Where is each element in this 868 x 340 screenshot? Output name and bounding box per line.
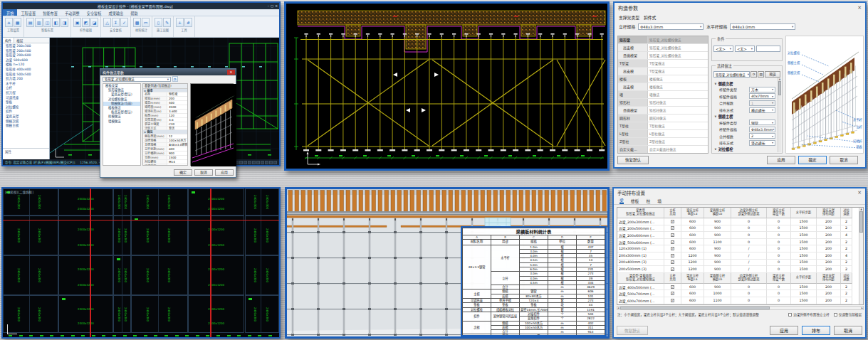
minimize-icon[interactable]: – (268, 4, 269, 8)
list-item[interactable]: 矩形梁 200x500 (3, 49, 49, 54)
status-toggle[interactable] (252, 161, 256, 164)
ribbon-button[interactable]: ▯ (155, 18, 162, 27)
list-item[interactable]: 对拉螺栓 (3, 105, 49, 110)
command-line[interactable]: 命令: 指定对角点或 [栏选(F)/圈围(WP)/圈交(CP)]: (5, 160, 75, 164)
method-row[interactable]: T型梁T型梁做法 (618, 60, 708, 68)
status-toggle[interactable] (269, 161, 273, 164)
dialog-titlebar[interactable]: 手动排布设置 ✕ (614, 188, 865, 197)
list-item[interactable]: 侧模主楞 (3, 124, 49, 129)
ribbon-button[interactable]: ▥ (35, 18, 43, 27)
titlebar[interactable]: 模板支架设计软件 - [模板支架平面布置图.dwg] –▢✕ (3, 3, 279, 9)
ribbon-button[interactable]: ◪ (90, 18, 98, 27)
ribbon-button[interactable]: ◧ (52, 18, 60, 27)
method-row[interactable]: T型柱T型柱做法 (618, 122, 708, 130)
refresh-icon[interactable]: ⟳ (751, 71, 757, 78)
param-value-combo[interactable]: 1▾ (749, 100, 775, 106)
table-row[interactable]: 120x300mm (1)✓600900/015002002 (617, 245, 863, 253)
ribbon-button[interactable]: ▭ (142, 18, 150, 27)
restore-default-button[interactable]: 恢复默认 (617, 156, 649, 164)
ribbon-tab-5[interactable]: 成果输出 (105, 9, 127, 16)
checkbox[interactable] (788, 313, 792, 317)
ribbon-tab-0[interactable]: 开始 (3, 9, 17, 16)
method-row[interactable]: 矩形梁矩形梁_对拉螺栓做法 (618, 36, 708, 44)
ribbon-button[interactable]: ▣ (73, 18, 81, 27)
preview-button[interactable]: 预览 (765, 71, 780, 78)
close-icon[interactable]: ✕ (275, 4, 278, 8)
ribbon-tab-2[interactable]: 智能布置 (39, 9, 61, 16)
pole-spec-select[interactable]: Φ48x3.0mm▾ (638, 23, 704, 30)
scroll-right-icon[interactable]: ► (861, 307, 863, 309)
list-item[interactable]: 立杆 (3, 86, 49, 91)
save-icon[interactable]: ▤ (758, 71, 764, 78)
list-item[interactable]: 扣件 (3, 110, 49, 115)
list-item[interactable]: 边梁 500x600 (3, 58, 49, 63)
param-value-combo[interactable]: 40x70mm▾ (749, 93, 775, 99)
method-row[interactable]: 自定义截...自定义截面柱做法 (618, 146, 708, 154)
close-icon[interactable]: ✕ (227, 70, 235, 75)
checkbox[interactable]: ✓ (671, 226, 674, 230)
ribbon-button[interactable]: ◨ (61, 18, 68, 27)
section-header[interactable]: ∨对拉螺栓 (713, 147, 777, 152)
param-value-combo[interactable]: 2▾ (749, 133, 775, 139)
method-row[interactable]: 高支模T型梁做法 (618, 68, 708, 75)
model-3d-panel[interactable]: 梁模板材料统计表ABCDE材料名称用途规格单位数量48×3.5钢管水平杆1.0m… (285, 187, 610, 339)
table-row[interactable]: 200x500mm (3)✓1200900/015002002 (617, 266, 863, 273)
scrollbar-thumb[interactable] (859, 211, 863, 233)
list-item[interactable]: 垫板 (3, 100, 49, 105)
tree-item[interactable]: 墙模做法 (103, 119, 140, 124)
method-row[interactable]: L型柱L型柱做法 (618, 130, 708, 138)
method-row[interactable]: 圆形柱圆形柱做法 (618, 115, 708, 122)
palette-tab-components[interactable]: 构件 (3, 38, 14, 43)
tab-楼板[interactable]: 楼板 (631, 197, 639, 204)
cancel-button[interactable]: 取消 (834, 326, 862, 335)
ribbon-button[interactable]: ▤ (26, 18, 34, 27)
method-row[interactable]: Z型柱Z型柱做法 (618, 138, 708, 146)
checkbox[interactable]: ✓ (671, 267, 674, 271)
list-item[interactable]: 侧模次楞 (3, 119, 49, 124)
status-toggle[interactable] (273, 161, 277, 164)
table-row[interactable]: 200x300mm (1)✓1200900/015002004 (617, 253, 863, 260)
apply-button[interactable]: 应用 (767, 156, 795, 164)
scrollbar-thumb[interactable] (620, 307, 770, 309)
dialog-titlebar[interactable]: 构造参数 ✕ (615, 3, 865, 12)
list-item[interactable]: 水平杆 (3, 82, 49, 87)
window-buttons[interactable]: –▢✕ (268, 4, 279, 8)
method-select[interactable]: 矩形梁_对拉螺栓做法 ▾ (103, 77, 171, 82)
param-value-combo[interactable]: 方木▾ (749, 87, 775, 92)
status-toggle[interactable] (265, 161, 268, 164)
table-row[interactable]: 边梁_200x500mm (...✓6009000015002002 (617, 225, 863, 233)
checkbox[interactable]: ✓ (671, 254, 674, 257)
scroll-up-icon[interactable]: ▲ (860, 208, 862, 211)
checkbox[interactable]: ✓ (671, 233, 674, 237)
section-header[interactable]: ∨侧模次楞 (713, 80, 777, 86)
list-item[interactable]: 楼板 h=120 (3, 63, 49, 68)
checkbox[interactable]: ✓ (671, 260, 674, 264)
checkbox[interactable] (834, 313, 837, 317)
table-row[interactable]: 边梁_500x600mm (...✓60011000015002002 (617, 239, 863, 246)
condition-input[interactable] (756, 46, 780, 52)
table-row[interactable]: 边梁_600x700mm (...✓60011000015002002 (617, 297, 863, 304)
scrollbar[interactable]: ▲ (859, 208, 863, 304)
param-value-combo[interactable]: Φ48x3.0mm▾ (749, 127, 775, 132)
checkbox[interactable]: ✓ (671, 240, 674, 244)
ribbon-tab-6[interactable]: 帮助 (127, 9, 141, 16)
list-item[interactable]: 可调托座 (3, 96, 49, 101)
checkbox[interactable]: ✓ (671, 220, 674, 223)
status-toggle[interactable] (248, 161, 251, 164)
scrollbar-thumb[interactable] (778, 81, 781, 95)
ribbon-button[interactable]: ✓ (120, 18, 128, 27)
table-row[interactable]: 边梁_200x600mm (...✓6009000015002004 (617, 232, 863, 239)
ok-button[interactable]: 确定 (798, 156, 827, 164)
close-icon[interactable]: ✕ (857, 190, 862, 196)
param-value-combo[interactable]: 横边通长▾ (749, 107, 775, 113)
param-value-combo[interactable]: 竖边通长▾ (749, 140, 775, 146)
tab-柱[interactable]: 柱 (646, 197, 650, 204)
ribbon-button[interactable]: ✎ (163, 18, 171, 27)
list-item[interactable]: 矩形梁 200x600 (3, 53, 49, 58)
layout-button[interactable]: 排布 (802, 326, 830, 335)
viewport-label[interactable]: [-][俯视][二维线框] (5, 190, 33, 194)
condition-select-2[interactable]: <无>▾ (735, 46, 755, 52)
condition-select-1[interactable]: <无>▾ (713, 46, 733, 52)
cancel-button[interactable]: 取消 (830, 156, 858, 164)
refresh-icon[interactable]: ⟳ (172, 76, 178, 82)
